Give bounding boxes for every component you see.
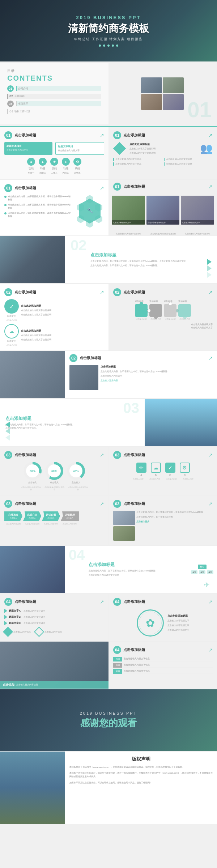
s01b-left-title: 点击添加标题 [14, 186, 36, 191]
s03a-icon-descs: 点击输入内容 点击输入内容 点击输入内容 点击输入内容 [113, 478, 213, 480]
s04b-right: 04 点击添加标题 ↗ 项目 点击此处输入内容文字信息 项目 点击此处输入内容文… [109, 642, 217, 689]
section-01-row-b: 01 点击添加标题 ↗ 点击此处输入内容，如不需要此文本框，请单击选中后按Del… [0, 180, 217, 235]
s01a-right-title: 点击添加标题 [123, 133, 145, 138]
s04a-right: 04 点击添加标题 ↗ ✿ 点击此处添加标题 点击输入内容说明文字 点击输入内容… [109, 593, 217, 641]
s01a-labels: 功能一 功能二 工作三 内容四 说明五 [4, 171, 104, 175]
s01b-photo-2: 点击添加标题说明文字 [146, 196, 180, 225]
sec-02-text2: 点击此处输入内容，如不需要此文本框，请单击选中后按Delete键删除。 [90, 264, 212, 267]
contents-item-4: 04 项目工作计划 [7, 109, 101, 114]
contents-item-2: 02 工作内容 [7, 94, 101, 99]
s02a-puzzle: 添加标题 点击输入内容 添加标题 点击输入内容 添加标题 [113, 300, 213, 320]
pie-3: 40% [67, 462, 85, 480]
final-title-en: 2019 BUSINESS PPT [80, 711, 137, 715]
construction-img: 点击添加 点击输入更多内容信息 [0, 642, 109, 689]
s01b-left-num: 01 [4, 184, 12, 192]
sec-03-large-num: 03 [123, 401, 140, 415]
section-03-intro: 03 点击添加标题 点击此处输入内容，如不需要此文本框，请单击选中后按Delet… [0, 399, 145, 446]
copyright-content: 版权声明 本模板来自于优品PPT（www.ypppt.com），使用本模版前请认… [65, 752, 217, 824]
section-03-banner: 03 点击添加标题 点击此处输入内容，如不需要此文本框，请单击选中后按Delet… [0, 399, 217, 446]
s01a-icon-3-label: 功能 [52, 167, 57, 170]
s01a-box1-title: 标题文本项目 [7, 144, 50, 148]
contents-large-num: 01 [187, 98, 212, 122]
s01b-photo-1: 点击添加标题说明文字 [112, 196, 145, 225]
s03b-right: 03 点击添加标题 ↗ 点击此处输入内容，如不需要此文本框，请单击选中后按Del… [109, 495, 217, 545]
s01a-right-text: 点击此处添加标题 点击输入内容文字信息说明 点击输入内容文字信息说明 [129, 142, 156, 155]
sec-02-large-num: 02 [71, 238, 87, 252]
s01a-title: 点击添加标题 [14, 133, 36, 138]
svg-text:🔧: 🔧 [87, 208, 93, 214]
s01b-left-content: 点击此处输入内容，如不需要此文本框，请单击选中后按Delete键删除 点击此处输… [4, 195, 104, 227]
collage-img-2 [163, 77, 184, 93]
s01a-right: 01 点击添加标题 ↗ 点击此处添加标题 点击输入内容文字信息说明 点击输入内容… [109, 127, 217, 179]
s01b-left-header: 01 点击添加标题 ↗ [4, 184, 104, 192]
s01b-right: 01 点击添加标题 ↗ 点击添加标题说明文字 点击添加标题说明文字 点击添加标题… [109, 180, 217, 235]
section-04-intro: 04 点击添加标题 点击此处输入内容，如不需要此文本框，请单击选中后按Delet… [65, 546, 217, 593]
s01a-right-header: 01 点击添加标题 ↗ [113, 131, 213, 139]
s01a-box2: 标题文本项目 点击此处输入内容文字 [55, 142, 104, 155]
s01a-icon-row: ● 功能 ▲ 功能 ★ 功能 ♦ 功能 ⚙ 功能 [4, 158, 104, 170]
s01a-box1: 标题文本项目 点击此处输入内容文字 [4, 142, 52, 155]
contents-left-panel: 目录 CONTENTS 01 公司介绍 02 工作内容 03 项目展示 04 项… [0, 63, 109, 124]
s01a-left-header: 01 点击添加标题 ↗ [4, 131, 104, 139]
collage-img-1 [141, 77, 162, 93]
s03a-icons: ✏ A ☁ B ✓ C ⚙ D [113, 463, 213, 476]
city-image [0, 236, 65, 283]
section-02-intro: 02 点击添加标题 点击此处输入内容，如不需要此文本框，请单击选中后按Delet… [65, 236, 217, 283]
s01a-icon-5: ⚙ 功能 [73, 158, 81, 170]
s01b-photo-3: 点击添加标题说明文字 [181, 196, 214, 225]
cover-dots [99, 44, 118, 47]
s01b-right-header: 01 点击添加标题 ↗ [109, 180, 217, 196]
contents-item-2-text: 工作内容 [14, 94, 25, 98]
contents-item-1-text: 公司介绍 [18, 87, 28, 90]
sec-04-network: 核心 分支 分支 分支 [191, 565, 213, 574]
s03a-pies: 30% 点击输入 60% 点击输入 40% 点击输入 [4, 462, 104, 484]
section-03-row-b: 03 点击添加标题 ↗ 心理准备 点击输入 乐观心态 点击输入 认识自我 点击输… [0, 495, 217, 545]
s02a-right: 02 点击添加标题 ↗ 添加标题 点击输入内容 添加标题 点击输入内容 [109, 284, 217, 350]
s02b-content: 点击添加标题 点击此处输入内容，如不需要此文本框，请单击选中后按Delete键删… [69, 365, 213, 390]
s02b-right: 02 点击添加标题 ↗ 点击添加标题 点击此处输入内容，如不需要此文本框，请单击… [65, 351, 217, 398]
copyright-text2: 本模板中含有部分图片素材，如需用于商业用途，请自行购买版权图片。本模板来自于优品… [69, 771, 213, 778]
contents-item-3: 03 项目展示 [7, 101, 101, 107]
s01a-grid: 点击此处输入内容文字信息 点击此处输入内容文字信息 点击此处输入内容文字信息 点… [113, 158, 213, 166]
s03b-timeline: 心理准备 点击输入 乐观心态 点击输入 认识自我 点击输入 认识目标 点击输入 [4, 511, 104, 521]
contents-right-panel: 01 [109, 63, 217, 124]
s02a-right-note: 点击输入内容说明文字 [113, 323, 213, 326]
contents-label-cn: 目录 [7, 68, 101, 73]
pie-2: 60% [45, 462, 63, 480]
copyright-text1: 本模板来自于优品PPT（www.ypppt.com），使用本模版前请认真阅读该协… [69, 765, 213, 769]
copyright-text3: 如果你不同意以上任何条款，可以立即终止使用。感谢您选用本产品，祝您工作顺利！ [69, 781, 213, 784]
s01a-box2-title: 标题文本项目 [58, 145, 102, 148]
contents-item-4-text: 项目工作计划 [14, 110, 30, 113]
sec-03-title: 点击添加标题 [5, 416, 139, 422]
dot-3 [107, 44, 110, 47]
collage-img-3 [141, 94, 162, 110]
s01b-photos: 点击添加标题说明文字 点击添加标题说明文字 点击添加标题说明文字 [109, 196, 217, 232]
s01a-icon-4-label: 功能 [63, 167, 68, 170]
s04a-diamonds: 点击输入内容信息 点击输入内容信息 [4, 628, 104, 635]
cover-title-en: 2019 BUSINESS PPT [76, 15, 141, 20]
s04b-left: 点击添加 点击输入更多内容信息 [0, 642, 109, 689]
cover-title-cn: 清新简约商务模板 [68, 22, 149, 35]
sec-02-title: 点击添加标题 [90, 252, 212, 258]
copyright-section: 版权声明 本模板来自于优品PPT（www.ypppt.com），使用本模版前请认… [0, 752, 217, 824]
cover-subtitle: 年终总结 工作汇报 计划方案 项目报告 [74, 37, 143, 42]
final-slide: 2019 BUSINESS PPT 感谢您的观看 [0, 689, 217, 751]
s02b-office-img [0, 351, 65, 398]
bridge-img [0, 752, 65, 824]
s01a-left: 01 点击添加标题 ↗ 标题文本项目 点击此处输入内容文字 标题文本项目 点击此… [0, 127, 109, 179]
contents-item-2-num: 02 [9, 94, 13, 98]
s04b-table: 项目 点击此处输入内容文字信息 项目 点击此处输入内容文字信息 项目 点击此处输… [113, 657, 213, 674]
plane-decoration: ✈ [204, 580, 210, 589]
section-01-row-a: 01 点击添加标题 ↗ 标题文本项目 点击此处输入内容文字 标题文本项目 点击此… [0, 127, 217, 179]
s01a-box1-text: 点击此处输入内容文字 [7, 149, 50, 152]
s01a-icon-3: ★ 功能 [50, 158, 58, 170]
contents-slide: 目录 CONTENTS 01 公司介绍 02 工作内容 03 项目展示 04 项… [0, 63, 217, 124]
s03b-photo-grid: 点击此处输入内容，如不需要此文本框，请单击选中后按Delete键删除 点击此处输… [113, 511, 213, 541]
section-03-row-a: 03 点击添加标题 ↗ 30% 点击输入 60% 点击输入 40% [0, 447, 217, 495]
contents-item-4-num: 04 [9, 110, 13, 113]
s01a-icon-4: ♦ 功能 [62, 158, 70, 170]
section-02-row-a: 02 点击添加标题 ↗ ✓ 标题文字 点击输入内容 点击此处添加标题 点击此处输… [0, 284, 217, 350]
city-skyline-img [145, 399, 217, 446]
contents-item-1: 01 公司介绍 [7, 85, 101, 92]
contents-image-collage [141, 77, 184, 110]
